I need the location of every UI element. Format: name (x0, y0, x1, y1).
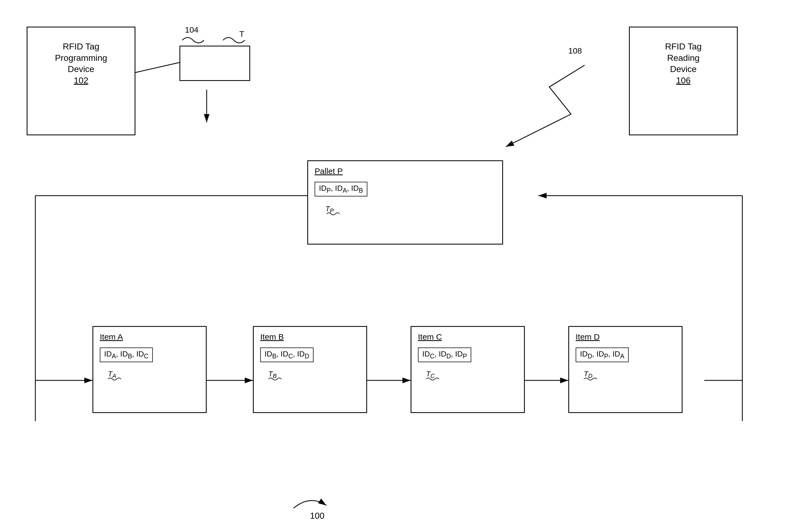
ref-108: 108 (568, 46, 582, 55)
item-c-title: Item C (418, 332, 442, 341)
pallet-title: Pallet P (314, 167, 343, 175)
item-b-box: Item B IDB, IDC, IDD TB (253, 326, 367, 413)
item-d-title: Item D (576, 332, 600, 341)
diagram-ref-100: 100 (310, 511, 324, 521)
rfid-reading-label2: Reading (667, 53, 700, 63)
rfid-programming-num: 102 (74, 76, 88, 85)
item-d-wavy (584, 376, 597, 382)
item-b-ids: IDB, IDC, IDD (260, 347, 313, 362)
rfid-reading-box: RFID Tag Reading Device 106 (629, 26, 738, 135)
rfid-programming-label: RFID Tag (63, 42, 99, 51)
rfid-programming-label3: Device (68, 64, 94, 74)
item-d-ids: IDD, IDP, IDA (576, 347, 629, 362)
item-a-ids: IDA, IDB, IDC (100, 347, 153, 362)
rfid-programming-label2: Programming (55, 53, 107, 63)
rfid-reading-label1: RFID Tag (665, 42, 702, 51)
rfid-reading-num: 106 (676, 76, 690, 85)
tag-t-ref: 104 (185, 25, 199, 35)
pallet-ids: IDP, IDA, IDB (314, 182, 367, 196)
item-b-wavy (268, 376, 282, 382)
pallet-wavy (327, 211, 340, 216)
item-c-ids: IDC, IDD, IDP (418, 347, 471, 362)
rfid-programming-box: RFID Tag Programming Device 102 (26, 26, 135, 135)
item-c-box: Item C IDC, IDD, IDP TC (411, 326, 525, 413)
pallet-box: Pallet P IDP, IDA, IDB TP (307, 160, 503, 245)
item-b-title: Item B (260, 332, 284, 341)
rfid-reading-label3: Device (670, 64, 697, 74)
item-c-wavy (426, 376, 440, 382)
tag-t-box (179, 46, 250, 81)
diagram: RFID Tag Programming Device 102 T 104 RF… (0, 0, 797, 532)
item-a-box: Item A IDA, IDB, IDC TA (92, 326, 207, 413)
tag-t-label: T (239, 29, 244, 39)
item-a-wavy (108, 376, 122, 382)
item-a-title: Item A (100, 332, 123, 341)
item-d-box: Item D IDD, IDP, IDA TD (568, 326, 683, 413)
